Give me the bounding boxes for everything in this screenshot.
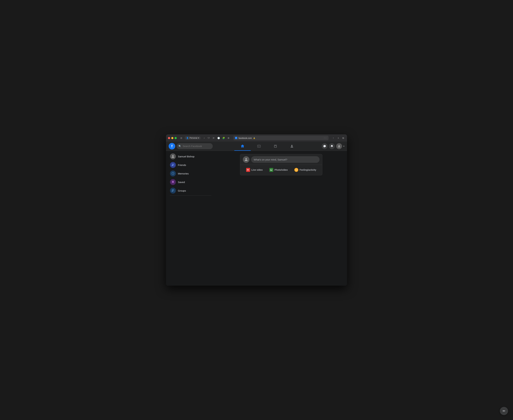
post-composer: What's on your mind, Samuel?	[240, 154, 322, 175]
chevron-down-icon: ▾	[198, 137, 199, 139]
back-button[interactable]: ‹	[203, 136, 205, 140]
notifications-button[interactable]	[329, 143, 335, 149]
live-video-icon	[246, 168, 250, 172]
sidebar-item-friends[interactable]: Friends	[168, 161, 213, 169]
fullscreen-button[interactable]	[175, 137, 177, 139]
facebook-logo[interactable]: f	[169, 143, 175, 150]
refresh-icon[interactable]: ⟳	[212, 136, 215, 140]
friends-icon	[170, 162, 176, 168]
feed-area: What's on your mind, Samuel?	[215, 151, 347, 286]
title-bar: ⊞ 👤 Personal ▾ ‹ 🛡 ⟳ 🕐 🧩 ⚙ f facebook.co…	[166, 134, 347, 142]
search-input[interactable]	[183, 145, 209, 148]
search-bar[interactable]: 🔍	[176, 143, 213, 149]
main-content: Samuel Bishop Friends	[166, 151, 347, 286]
svg-point-7	[172, 189, 173, 190]
left-sidebar: Samuel Bishop Friends	[166, 151, 215, 286]
profile-label: Personal	[190, 137, 197, 139]
profile-pill[interactable]: 👤 Personal ▾	[185, 136, 201, 140]
saved-label: Saved	[178, 181, 185, 184]
tab-friends-nav[interactable]	[284, 142, 300, 151]
top-navigation: f 🔍	[166, 142, 347, 151]
svg-point-10	[248, 169, 249, 170]
minimize-button[interactable]	[171, 137, 173, 139]
live-video-button[interactable]: Live video	[244, 167, 265, 173]
address-text: facebook.com	[238, 137, 252, 139]
svg-rect-11	[247, 170, 247, 170]
shield-icon: 🛡	[207, 136, 211, 140]
browser-window: ⊞ 👤 Personal ▾ ‹ 🛡 ⟳ 🕐 🧩 ⚙ f facebook.co…	[166, 134, 347, 286]
address-more-button[interactable]: ···	[324, 136, 327, 139]
traffic-lights	[168, 137, 177, 139]
nav-arrows: ‹	[203, 136, 205, 140]
composer-text-input[interactable]: What's on your mind, Samuel?	[251, 156, 320, 163]
svg-point-1	[291, 145, 292, 146]
memories-label: Memories	[178, 172, 189, 175]
svg-point-8	[173, 189, 174, 190]
facebook-app: f 🔍	[166, 142, 347, 286]
search-icon: 🔍	[178, 145, 181, 148]
user-avatar[interactable]	[336, 143, 342, 149]
sidebar-divider	[170, 195, 211, 196]
composer-actions: Live video Photo/video	[243, 167, 320, 173]
sidebar-item-saved[interactable]: Saved	[168, 178, 213, 186]
svg-point-3	[172, 155, 174, 156]
svg-point-2	[339, 145, 340, 146]
tab-switcher-icon[interactable]: ⊞	[180, 136, 183, 140]
groups-label: Groups	[178, 189, 186, 192]
composer-top: What's on your mind, Samuel?	[243, 156, 320, 163]
photo-video-button[interactable]: Photo/video	[267, 167, 290, 173]
svg-point-13	[271, 170, 271, 170]
composer-avatar	[243, 156, 249, 163]
svg-point-14	[295, 169, 297, 171]
saved-icon	[170, 179, 176, 185]
composer-placeholder: What's on your mind, Samuel?	[254, 158, 287, 161]
sidebar-item-groups[interactable]: Groups	[168, 186, 213, 195]
floating-edit-button[interactable]: ✏	[500, 407, 508, 415]
feeling-activity-label: Feeling/activity	[300, 169, 316, 171]
browser-icons: 🛡 ⟳ 🕐 🧩 ⚙	[207, 136, 230, 140]
profile-icon: 👤	[186, 137, 189, 139]
user-profile-avatar	[170, 153, 176, 159]
svg-point-9	[245, 158, 247, 159]
extensions-icon: 🧩	[222, 136, 225, 140]
photo-video-icon	[269, 168, 273, 172]
friends-label: Friends	[178, 164, 186, 166]
photo-video-label: Photo/video	[275, 169, 288, 171]
svg-point-4	[172, 164, 173, 165]
new-tab-icon[interactable]: +	[337, 136, 340, 140]
nav-right-actions: ▾	[322, 143, 344, 149]
site-favicon: f	[235, 137, 237, 139]
tab-marketplace[interactable]	[267, 142, 284, 151]
avatar-chevron: ▾	[343, 145, 344, 147]
feeling-activity-button[interactable]: Feeling/activity	[292, 167, 318, 173]
composer-divider	[240, 165, 322, 165]
groups-icon	[170, 188, 176, 194]
memories-icon	[170, 171, 176, 176]
lock-icon: 🔒	[253, 137, 255, 139]
edit-icon: ✏	[503, 409, 505, 413]
messenger-button[interactable]	[322, 143, 328, 149]
close-button[interactable]	[168, 137, 170, 139]
more-icon: ⚙	[227, 136, 230, 140]
sidebar-item-profile[interactable]: Samuel Bishop	[168, 152, 213, 161]
tab-watch[interactable]	[251, 142, 267, 151]
live-video-label: Live video	[251, 169, 263, 171]
address-bar[interactable]: f facebook.com 🔒 ···	[233, 136, 329, 140]
svg-point-5	[173, 164, 174, 165]
feeling-activity-icon	[294, 168, 298, 172]
tab-overview-icon[interactable]: ⧉	[341, 136, 345, 140]
title-bar-right: ↑ + ⧉	[331, 136, 345, 140]
nav-tabs	[214, 142, 320, 151]
clock-icon: 🕐	[217, 136, 221, 140]
sidebar-user-name: Samuel Bishop	[178, 155, 194, 158]
share-icon[interactable]: ↑	[331, 136, 335, 140]
sidebar-item-memories[interactable]: Memories	[168, 169, 213, 178]
tab-home[interactable]	[234, 142, 251, 151]
